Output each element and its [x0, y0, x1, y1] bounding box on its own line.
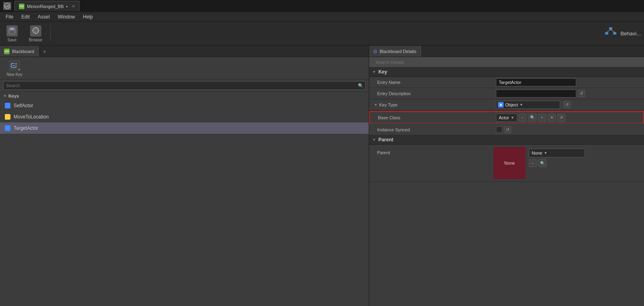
key-type-dropdown[interactable]: ▣ Object ▼: [496, 101, 560, 109]
tab-label: MinionRanged_BB: [27, 4, 64, 9]
key-label-movetolocation: MoveToLocation: [14, 114, 49, 120]
menu-window[interactable]: Window: [54, 13, 79, 20]
entry-desc-row: Entry Description ↺: [369, 88, 644, 99]
tab-modified-indicator: •: [66, 4, 68, 9]
svg-rect-11: [609, 27, 612, 30]
key-type-value-wrap: ▣ Object ▼ ↺: [494, 101, 644, 109]
details-search-input[interactable]: [372, 57, 641, 67]
entry-desc-input[interactable]: [496, 90, 576, 98]
browse-button[interactable]: Browse: [26, 24, 45, 44]
key-type-reset-btn[interactable]: ↺: [563, 101, 571, 108]
tab-close-btn[interactable]: ✕: [72, 4, 75, 8]
parent-section-header: ▼ Parent: [369, 135, 644, 145]
save-button[interactable]: Save: [3, 24, 21, 44]
parent-dropdown[interactable]: None ▼: [529, 149, 585, 157]
behavior-label: Behavi...: [620, 31, 641, 37]
base-class-clear-btn[interactable]: ✕: [548, 114, 556, 122]
base-class-back-btn[interactable]: ←: [519, 114, 527, 122]
base-class-row: Base Class Actor ▼ ← 🔍 + ✕ ↺: [369, 111, 644, 123]
save-icon: [6, 25, 18, 37]
blackboard-tab[interactable]: BB Blackboard: [0, 46, 39, 57]
entry-name-label: Entry Name: [369, 80, 494, 85]
key-type-label-text: Key Type: [379, 102, 398, 107]
add-tab-button[interactable]: +: [40, 47, 49, 56]
save-label: Save: [8, 38, 17, 42]
search-icon[interactable]: 🔍: [356, 81, 365, 90]
instance-synced-value-wrap: ↺: [494, 126, 644, 133]
details-search-bar: [369, 57, 644, 67]
menu-help[interactable]: Help: [79, 13, 97, 20]
base-class-add-btn[interactable]: +: [538, 114, 546, 122]
behavior-tree-icon: [603, 27, 618, 41]
key-section-arrow: ▼: [372, 70, 376, 74]
parent-dropdown-arrow: ▼: [544, 151, 547, 155]
svg-line-14: [607, 30, 611, 32]
svg-rect-3: [10, 28, 14, 30]
entry-desc-value-wrap: ↺: [494, 90, 644, 98]
search-wrap: 🔍: [3, 81, 366, 90]
details-content: ▼ Key Entry Name Entry Description ↺: [369, 67, 644, 306]
key-type-label: ▼ Key Type: [369, 102, 494, 107]
toolbar-right: Behavi...: [603, 27, 641, 41]
svg-line-15: [611, 30, 615, 32]
key-section-header: ▼ Key: [369, 67, 644, 77]
instance-synced-reset-btn[interactable]: ↺: [504, 126, 511, 133]
menu-bar: File Edit Asset Window Help: [0, 12, 644, 22]
search-input[interactable]: [4, 83, 356, 88]
key-dot-selfactor: [5, 103, 10, 108]
actor-dropdown-arrow: ▼: [511, 116, 514, 120]
keys-arrow: ▼: [3, 94, 7, 98]
key-item-selfactor[interactable]: SelfActor: [0, 100, 369, 111]
blackboard-tab-icon: BB: [4, 49, 10, 54]
entry-name-value-wrap: [494, 78, 644, 86]
key-label-selfactor: SelfActor: [14, 103, 33, 108]
actor-dropdown[interactable]: Actor ▼: [496, 114, 517, 122]
key-type-arrow: ▼: [374, 103, 378, 107]
menu-edit[interactable]: Edit: [17, 13, 34, 20]
menu-asset[interactable]: Asset: [34, 13, 54, 20]
entry-desc-label: Entry Description: [369, 91, 494, 96]
main-layout: BB Blackboard + New Key: [0, 46, 644, 306]
svg-point-6: [35, 29, 37, 32]
svg-rect-13: [613, 32, 616, 35]
new-key-icon: [9, 60, 20, 71]
base-class-label: Base Class: [370, 115, 494, 120]
left-panel: BB Blackboard + New Key: [0, 46, 369, 306]
base-class-value-wrap: Actor ▼ ← 🔍 + ✕ ↺: [494, 114, 643, 122]
instance-synced-checkbox[interactable]: [496, 126, 502, 133]
behavior-tree-btn[interactable]: Behavi...: [603, 27, 641, 41]
parent-dropdown-text: None: [532, 151, 542, 155]
tab-icon: BB: [19, 4, 24, 9]
search-bar: 🔍: [0, 80, 369, 92]
key-item-movetolocation[interactable]: MoveToLocation: [0, 111, 369, 122]
new-key-bar: New Key: [0, 57, 369, 80]
parent-section-arrow: ▼: [372, 138, 376, 142]
key-item-targetactor[interactable]: TargetActor: [0, 122, 369, 134]
keys-section: ▼ Keys SelfActor MoveToLocation TargetAc…: [0, 92, 369, 306]
title-bar: UE BB MinionRanged_BB • ✕: [0, 0, 644, 12]
parent-section-label: Parent: [378, 137, 393, 143]
new-key-label: New Key: [6, 72, 22, 77]
entry-name-row: Entry Name: [369, 77, 644, 88]
keys-header: ▼ Keys: [0, 92, 369, 100]
key-type-row: ▼ Key Type ▣ Object ▼ ↺: [369, 99, 644, 110]
parent-search-btn[interactable]: 🔍: [538, 159, 546, 167]
toolbar-separator: [50, 26, 51, 42]
new-key-button[interactable]: New Key: [3, 58, 26, 78]
entry-desc-reset-btn[interactable]: ↺: [578, 90, 585, 97]
parent-thumbnail: None: [494, 147, 526, 179]
parent-back-btn[interactable]: ←: [529, 159, 537, 167]
main-toolbar: Save Browse: [0, 22, 644, 46]
keys-header-label: Keys: [8, 94, 19, 98]
svg-rect-4: [10, 31, 14, 34]
asset-tab[interactable]: BB MinionRanged_BB • ✕: [14, 1, 79, 11]
base-class-reset-btn[interactable]: ↺: [557, 114, 565, 122]
base-class-search-btn[interactable]: 🔍: [528, 114, 536, 122]
entry-name-input[interactable]: [496, 78, 576, 86]
blackboard-details-tab[interactable]: ⊙ Blackboard Details: [369, 46, 421, 57]
right-panel: ⊙ Blackboard Details ▼ Key Entry Name: [369, 46, 644, 306]
key-section-label: Key: [378, 69, 387, 75]
browse-icon: [30, 25, 41, 37]
menu-file[interactable]: File: [2, 13, 17, 20]
ue-logo: UE: [3, 2, 11, 10]
